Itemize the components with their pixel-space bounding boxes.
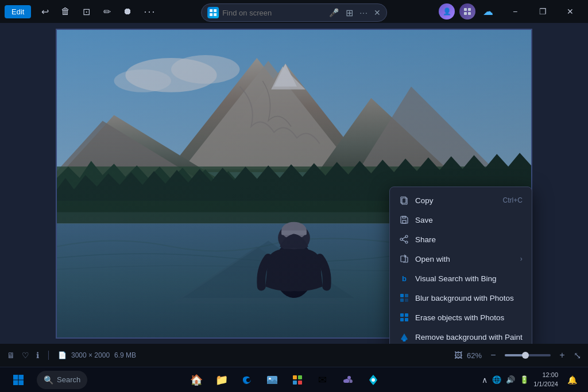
svg-rect-45 bbox=[400, 313, 404, 317]
svg-rect-2 bbox=[210, 13, 212, 16]
svg-rect-57 bbox=[298, 375, 302, 379]
svg-rect-3 bbox=[214, 13, 216, 16]
copy-shortcut: Ctrl+C bbox=[503, 196, 523, 204]
save-icon bbox=[399, 215, 409, 225]
copy-label: Copy bbox=[415, 196, 434, 205]
remove-bg-menu-item[interactable]: Remove background with Paint bbox=[390, 327, 532, 344]
save-menu-item[interactable]: Save bbox=[390, 210, 532, 230]
minimize-button[interactable]: − bbox=[502, 2, 528, 21]
taskbar-mail[interactable]: ✉ bbox=[311, 370, 334, 390]
photos-blur-icon bbox=[399, 293, 409, 303]
close-button[interactable]: ✕ bbox=[557, 2, 583, 21]
chevron-up-icon[interactable]: ∧ bbox=[482, 375, 488, 385]
remove-bg-label: Remove background with Paint bbox=[415, 333, 523, 341]
fullscreen-button[interactable]: ⤡ bbox=[574, 350, 581, 361]
search-icon: 🔍 bbox=[44, 375, 53, 385]
svg-point-49 bbox=[403, 339, 405, 341]
battery-icon[interactable]: 🔋 bbox=[520, 375, 529, 384]
svg-rect-44 bbox=[405, 298, 408, 302]
info-icon: ℹ bbox=[36, 351, 39, 360]
share-label: Share bbox=[415, 235, 436, 244]
start-button[interactable] bbox=[7, 370, 30, 390]
crop-button[interactable]: ⊡ bbox=[77, 2, 95, 21]
taskbar-teams[interactable] bbox=[336, 370, 359, 390]
svg-point-61 bbox=[372, 378, 375, 382]
taskbar-left: 🔍 Search bbox=[7, 370, 87, 390]
search-bar-text: Search bbox=[57, 375, 80, 384]
copy-menu-item[interactable]: Copy Ctrl+C bbox=[390, 191, 532, 210]
svg-line-38 bbox=[403, 237, 405, 239]
snip-logo bbox=[207, 7, 219, 18]
save-label: Save bbox=[415, 216, 433, 224]
svg-rect-53 bbox=[19, 380, 24, 385]
svg-rect-42 bbox=[405, 294, 408, 297]
sys-tray: ∧ 🌐 🔊 🔋 bbox=[482, 375, 529, 385]
visual-search-label: Visual Search with Bing bbox=[415, 274, 497, 283]
time-display[interactable]: 12:00 1/1/2024 bbox=[533, 371, 558, 389]
zoom-slider[interactable] bbox=[505, 354, 551, 356]
edit-button[interactable]: Edit bbox=[5, 5, 31, 18]
zoom-controls: 🖼 62% − + ⤡ bbox=[454, 348, 581, 362]
notification-button[interactable]: 🔔 bbox=[563, 371, 581, 389]
svg-rect-48 bbox=[405, 318, 408, 321]
svg-rect-6 bbox=[464, 12, 467, 15]
draw-button[interactable]: ✏ bbox=[98, 2, 116, 21]
status-bar: 🖥 ♡ ℹ 📄 3000 × 2000 6.9 MB 🖼 62% − + ⤡ bbox=[0, 344, 588, 367]
zoom-slider-fill bbox=[505, 354, 523, 356]
status-icons: 🖥 ♡ ℹ bbox=[7, 351, 39, 360]
system-icons: 👤 ☁ bbox=[439, 3, 496, 20]
taskbar-right: ∧ 🌐 🔊 🔋 12:00 1/1/2024 🔔 bbox=[482, 371, 581, 389]
share-menu-item[interactable]: Share bbox=[390, 230, 532, 249]
video-button[interactable]: ⏺ bbox=[118, 2, 137, 21]
taskbar-edge[interactable] bbox=[235, 370, 258, 390]
openwith-menu-item[interactable]: Open with › bbox=[390, 249, 532, 269]
image-dimensions: 3000 × 2000 bbox=[71, 351, 110, 359]
photo-icon: 🖼 bbox=[454, 351, 462, 360]
speaker-icon[interactable]: 🔊 bbox=[506, 375, 515, 384]
svg-rect-4 bbox=[464, 8, 467, 11]
zoom-out-button[interactable]: − bbox=[486, 348, 500, 362]
taskbar-ai[interactable] bbox=[362, 370, 385, 390]
blur-bg-menu-item[interactable]: Blur background with Photos bbox=[390, 288, 532, 308]
win-controls: − ❐ ✕ bbox=[502, 2, 583, 21]
taskbar-photos[interactable] bbox=[261, 370, 284, 390]
visual-search-menu-item[interactable]: b Visual Search with Bing bbox=[390, 269, 532, 288]
svg-point-35 bbox=[405, 235, 408, 238]
more-options-button[interactable]: ··· bbox=[139, 3, 160, 20]
clock: 12:00 bbox=[533, 371, 558, 379]
svg-point-60 bbox=[347, 376, 351, 379]
bing-search-icon: b bbox=[399, 273, 409, 284]
account-icon[interactable]: 👤 bbox=[439, 3, 455, 20]
context-menu: Copy Ctrl+C Save bbox=[389, 187, 532, 344]
zoom-slider-thumb bbox=[522, 352, 529, 359]
file-info: 📄 3000 × 2000 6.9 MB bbox=[58, 351, 136, 359]
taskbar-store[interactable] bbox=[286, 370, 309, 390]
svg-rect-5 bbox=[468, 8, 471, 11]
svg-rect-41 bbox=[400, 294, 404, 297]
photos-erase-icon bbox=[399, 312, 409, 323]
taskbar-files[interactable]: 📁 bbox=[210, 370, 233, 390]
snip-more-button[interactable]: ··· bbox=[359, 8, 368, 17]
maximize-button[interactable]: ❐ bbox=[529, 2, 556, 21]
svg-rect-59 bbox=[298, 381, 302, 385]
erase-objects-label: Erase objects with Photos bbox=[415, 313, 504, 322]
windows-logo bbox=[13, 374, 24, 386]
content-area: Copy Ctrl+C Save bbox=[0, 23, 588, 344]
network-icon[interactable]: 🌐 bbox=[492, 375, 501, 384]
delete-button[interactable]: 🗑 bbox=[56, 2, 75, 21]
taskbar-widgets[interactable]: 🏠 bbox=[185, 370, 208, 390]
zoom-in-button[interactable]: + bbox=[555, 348, 569, 362]
widgets-icon[interactable] bbox=[459, 3, 475, 20]
erase-objects-menu-item[interactable]: Erase objects with Photos bbox=[390, 308, 532, 327]
onedrive-icon[interactable]: ☁ bbox=[480, 3, 496, 20]
snip-apps-button[interactable]: ⊞ bbox=[342, 6, 356, 20]
svg-rect-43 bbox=[400, 298, 404, 302]
undo-button[interactable]: ↩ bbox=[36, 2, 54, 21]
mic-icon[interactable]: 🎤 bbox=[329, 8, 339, 17]
snip-close-button[interactable]: ✕ bbox=[374, 8, 381, 17]
taskbar-search-bar[interactable]: 🔍 Search bbox=[37, 371, 87, 389]
find-on-screen-input[interactable] bbox=[222, 9, 326, 17]
taskbar: 🔍 Search 🏠 📁 bbox=[0, 367, 588, 392]
svg-rect-51 bbox=[19, 375, 24, 380]
title-bar: Edit ↩ 🗑 ⊡ ✏ ⏺ ··· 🎤 ⊞ ··· ✕ bbox=[0, 0, 588, 23]
